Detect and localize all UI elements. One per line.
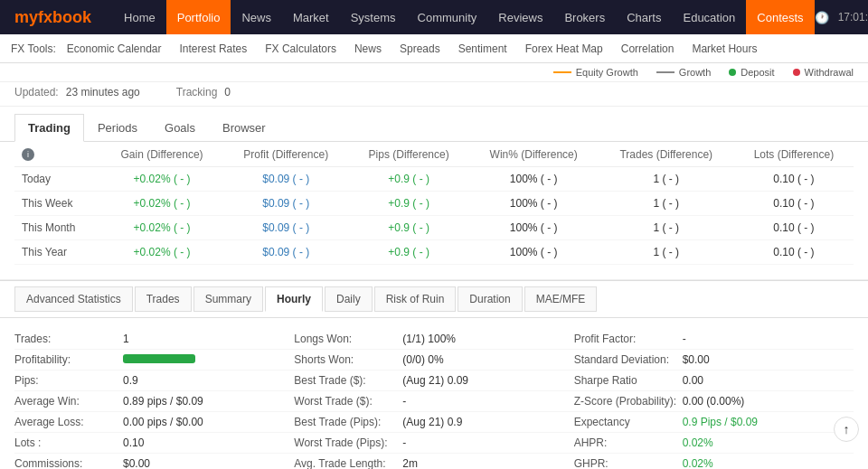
nav-education[interactable]: Education <box>672 0 746 34</box>
adv-pips-val: 0.9 <box>123 374 294 387</box>
pips-year: +0.9 ( - ) <box>349 240 469 265</box>
logo-text: myfxbook <box>14 8 91 26</box>
adv-commissions: Commissions: $0.00 <box>14 454 294 469</box>
adv-std-dev: Standard Deviation: $0.00 <box>574 350 854 371</box>
col-pips: Pips (Difference) <box>349 142 469 167</box>
adv-tab-hourly[interactable]: Hourly <box>265 286 323 312</box>
fx-sentiment[interactable]: Sentiment <box>451 42 514 55</box>
adv-expectancy: Expectancy 0.9 Pips / $0.09 <box>574 412 854 433</box>
nav-home[interactable]: Home <box>113 0 166 34</box>
col-profit: Profit (Difference) <box>223 142 349 167</box>
lots-year: 0.10 ( - ) <box>734 240 854 265</box>
nav-reviews[interactable]: Reviews <box>487 0 553 34</box>
adv-tab-trades[interactable]: Trades <box>135 286 192 312</box>
adv-stats-grid: Trades: 1 Profitability: Pips: 0.9 Avera… <box>14 329 854 469</box>
adv-std-dev-val: $0.00 <box>683 353 854 366</box>
fx-correlation[interactable]: Correlation <box>614 42 682 55</box>
adv-best-trade-usd-label: Best Trade ($): <box>294 374 402 387</box>
nav-charts[interactable]: Charts <box>616 0 672 34</box>
adv-worst-trade-usd-val: - <box>402 395 573 408</box>
trades-month: 1 ( - ) <box>599 216 734 240</box>
tab-trading[interactable]: Trading <box>14 114 84 142</box>
adv-sharpe: Sharpe Ratio 0.00 <box>574 371 854 391</box>
adv-tabs: Advanced Statistics Trades Summary Hourl… <box>0 280 868 318</box>
profitability-bar <box>123 354 195 363</box>
adv-std-dev-label: Standard Deviation: <box>574 353 683 366</box>
adv-lots-label: Lots : <box>14 436 123 449</box>
legend-withdrawal-dot <box>793 69 800 76</box>
legend-growth: Growth <box>656 67 711 78</box>
fx-heat-map[interactable]: Forex Heat Map <box>518 42 610 55</box>
nav-brokers[interactable]: Brokers <box>553 0 616 34</box>
win-month: 100% ( - ) <box>469 216 599 240</box>
gain-week: +0.02% ( - ) <box>100 192 223 216</box>
adv-tab-summary[interactable]: Summary <box>193 286 263 312</box>
fx-market-hours[interactable]: Market Hours <box>684 42 764 55</box>
adv-best-trade-pips-val: (Aug 21) 0.9 <box>402 416 573 428</box>
tab-periods[interactable]: Periods <box>84 114 151 141</box>
fx-spreads[interactable]: Spreads <box>392 42 448 55</box>
adv-zscore-val: 0.00 (0.00%) <box>683 395 854 408</box>
legend-equity-label: Equity Growth <box>576 67 638 78</box>
updated-label: Updated: <box>14 86 59 98</box>
adv-tab-maemfe[interactable]: MAE/MFE <box>524 286 598 312</box>
fx-calculators[interactable]: FX Calculators <box>258 42 344 55</box>
info-icon[interactable]: i <box>22 148 34 161</box>
adv-ghpr-val: 0.02% <box>683 457 854 469</box>
adv-avg-trade-length-label: Avg. Trade Length: <box>294 457 402 469</box>
adv-zscore: Z-Score (Probability): 0.00 (0.00%) <box>574 391 854 412</box>
fx-interest-rates[interactable]: Interest Rates <box>173 42 255 55</box>
tracking-value: 0 <box>224 86 231 98</box>
period-year: This Year <box>14 240 100 265</box>
adv-profitability-label: Profitability: <box>14 353 123 366</box>
nav-news[interactable]: News <box>231 0 282 34</box>
tab-goals[interactable]: Goals <box>151 114 209 141</box>
adv-tab-advanced-statistics[interactable]: Advanced Statistics <box>14 286 133 312</box>
table-row: This Week +0.02% ( - ) $0.09 ( - ) +0.9 … <box>14 192 854 216</box>
adv-tab-risk[interactable]: Risk of Ruin <box>374 286 457 312</box>
adv-tab-daily[interactable]: Daily <box>325 286 373 312</box>
tracking-label: Tracking <box>176 86 218 98</box>
adv-zscore-label: Z-Score (Probability): <box>574 395 683 408</box>
adv-pips: Pips: 0.9 <box>14 371 294 391</box>
legend-equity-growth: Equity Growth <box>553 67 638 78</box>
adv-worst-trade-pips-val: - <box>402 436 573 449</box>
adv-commissions-label: Commissions: <box>14 457 123 469</box>
adv-avg-trade-length: Avg. Trade Length: 2m <box>294 454 573 469</box>
col-lots: Lots (Difference) <box>734 142 854 167</box>
win-week: 100% ( - ) <box>469 192 599 216</box>
adv-worst-trade-usd-label: Worst Trade ($): <box>294 395 402 408</box>
adv-expectancy-val: 0.9 Pips / $0.09 <box>683 416 854 428</box>
adv-ahpr: AHPR: 0.02% <box>574 433 854 454</box>
col-period: i <box>14 142 100 167</box>
adv-ghpr: GHPR: 0.02% <box>574 454 854 469</box>
adv-ahpr-val: 0.02% <box>683 436 854 449</box>
adv-profitability-val <box>123 353 294 366</box>
top-navigation: myfxbook Home Portfolio News Market Syst… <box>0 0 868 34</box>
adv-worst-trade-usd: Worst Trade ($): - <box>294 391 573 412</box>
nav-contests[interactable]: Contests <box>746 0 814 34</box>
adv-lots: Lots : 0.10 <box>14 433 294 454</box>
nav-market[interactable]: Market <box>282 0 340 34</box>
adv-ghpr-label: GHPR: <box>574 457 683 469</box>
adv-tab-duration[interactable]: Duration <box>458 286 522 312</box>
nav-community[interactable]: Community <box>407 0 488 34</box>
nav-portfolio[interactable]: Portfolio <box>166 0 231 34</box>
tab-browser[interactable]: Browser <box>209 114 279 141</box>
adv-col-2: Longs Won: (1/1) 100% Shorts Won: (0/0) … <box>294 329 573 469</box>
trading-table-section: i Gain (Difference) Profit (Difference) … <box>0 142 868 280</box>
adv-longs-val: (1/1) 100% <box>402 333 573 345</box>
adv-best-trade-pips: Best Trade (Pips): (Aug 21) 0.9 <box>294 412 573 433</box>
logo[interactable]: myfxbook <box>14 8 91 27</box>
updated-value: 23 minutes ago <box>66 86 140 98</box>
table-row: Today +0.02% ( - ) $0.09 ( - ) +0.9 ( - … <box>14 167 854 192</box>
clock-icon: 🕐 <box>815 11 829 24</box>
legend-growth-line <box>656 71 675 73</box>
adv-profit-factor-val: - <box>683 333 854 345</box>
trades-week: 1 ( - ) <box>599 192 734 216</box>
scroll-top-button[interactable]: ↑ <box>834 417 859 442</box>
nav-systems[interactable]: Systems <box>340 0 407 34</box>
main-tabs: Trading Periods Goals Browser <box>0 106 868 142</box>
fx-economic-calendar[interactable]: Economic Calendar <box>60 42 169 55</box>
fx-news[interactable]: News <box>347 42 389 55</box>
